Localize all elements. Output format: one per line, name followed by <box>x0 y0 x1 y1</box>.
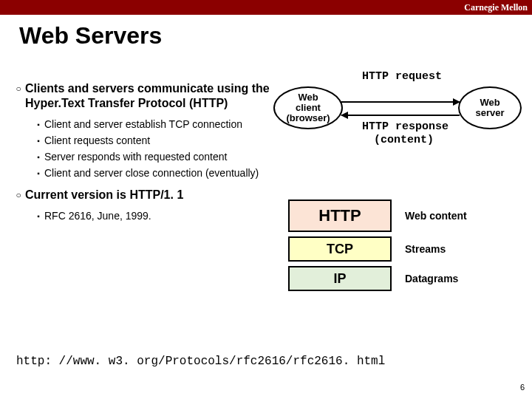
protocol-stack: HTTP Web content TCP Streams IP Datagram… <box>288 200 510 296</box>
reference-url: http: //www. w3. org/Protocols/rfc2616/r… <box>16 355 385 368</box>
bullet-2-subs: ▪ RFC 2616, June, 1999. <box>33 210 270 223</box>
response-label: HTTP response <box>362 120 449 133</box>
sub-item: ▪ Client and server establish TCP connec… <box>33 118 270 132</box>
circle-icon: ○ <box>12 188 25 202</box>
response-label-2: (content) <box>374 134 434 146</box>
sub-text: Client requests content <box>44 134 150 148</box>
sub-text: RFC 2616, June, 1999. <box>44 210 151 223</box>
sub-text: Client and server close connection (even… <box>44 167 259 180</box>
sub-item: ▪ Client requests content <box>33 134 270 148</box>
square-icon: ▪ <box>33 118 44 132</box>
sub-item: ▪ RFC 2616, June, 1999. <box>33 210 270 223</box>
slide-title: Web Servers <box>19 22 162 50</box>
http-layer-desc: Web content <box>405 210 467 222</box>
bullet-1-subs: ▪ Client and server establish TCP connec… <box>33 118 270 180</box>
square-icon: ▪ <box>33 151 44 164</box>
bullet-1: ○ Clients and servers communicate using … <box>12 81 270 111</box>
server-oval-text: Web server <box>475 98 504 119</box>
ip-layer-box: IP <box>288 266 392 291</box>
stack-row-ip: IP Datagrams <box>288 266 510 291</box>
client-oval-text: Web client (browser) <box>286 92 330 124</box>
http-diagram: HTTP request Web client (browser) Web se… <box>273 70 525 166</box>
sub-text: Server responds with requested content <box>44 151 227 164</box>
server-oval: Web server <box>458 86 522 129</box>
square-icon: ▪ <box>33 134 44 148</box>
header-bar: Carnegie Mellon <box>0 0 532 15</box>
request-label: HTTP request <box>362 70 442 83</box>
sub-text: Client and server establish TCP connecti… <box>44 118 242 132</box>
arrow-left-icon <box>341 115 460 116</box>
institution-label: Carnegie Mellon <box>464 2 528 13</box>
sub-item: ▪ Client and server close connection (ev… <box>33 167 270 180</box>
circle-icon: ○ <box>12 81 25 111</box>
bullet-1-text: Clients and servers communicate using th… <box>25 81 270 111</box>
sub-item: ▪ Server responds with requested content <box>33 151 270 164</box>
client-oval: Web client (browser) <box>273 86 343 129</box>
http-layer-box: HTTP <box>288 200 392 232</box>
ip-layer-desc: Datagrams <box>405 273 458 284</box>
arrow-right-icon <box>341 101 460 103</box>
bullet-2-text: Current version is HTTP/1. 1 <box>25 188 183 202</box>
stack-row-tcp: TCP Streams <box>288 236 510 262</box>
stack-row-http: HTTP Web content <box>288 200 510 232</box>
page-number: 6 <box>520 383 525 392</box>
bullet-2: ○ Current version is HTTP/1. 1 <box>12 188 270 202</box>
tcp-layer-box: TCP <box>288 236 392 262</box>
tcp-layer-desc: Streams <box>405 243 446 255</box>
square-icon: ▪ <box>33 210 44 223</box>
square-icon: ▪ <box>33 167 44 180</box>
bullet-content: ○ Clients and servers communicate using … <box>12 81 270 226</box>
